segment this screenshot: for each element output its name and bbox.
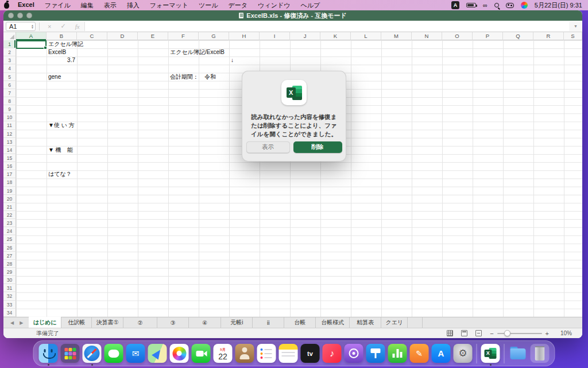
messages-dock-icon[interactable]	[105, 344, 123, 363]
cell-H3[interactable]: ↓	[229, 56, 290, 64]
row-header-12[interactable]: 12	[3, 130, 16, 138]
row-header-7[interactable]: 7	[3, 89, 16, 97]
row-header-1[interactable]: 1	[3, 40, 16, 48]
delete-button[interactable]: 削除	[293, 141, 342, 153]
row-header-11[interactable]: 11	[3, 121, 16, 129]
page-layout-view-icon[interactable]	[461, 330, 467, 336]
trash-dock-icon[interactable]	[531, 344, 550, 363]
menu-item-3[interactable]: 表示	[99, 1, 122, 10]
normal-view-icon[interactable]	[447, 330, 453, 336]
row-header-3[interactable]: 3	[3, 56, 16, 64]
launchpad-dock-icon[interactable]	[61, 344, 80, 363]
tab-scroll-left-icon[interactable]: ◀	[10, 320, 14, 325]
contacts-dock-icon[interactable]	[235, 344, 254, 363]
dock-item-notes[interactable]	[279, 340, 298, 366]
tab-scroll-right-icon[interactable]: ▶	[20, 320, 23, 325]
row-header-15[interactable]: 15	[3, 154, 16, 162]
calendar-dock-icon[interactable]: 5月22	[214, 344, 233, 363]
row-header-30[interactable]: 30	[3, 276, 16, 284]
cell-B1[interactable]: エクセル簿記	[47, 40, 107, 48]
row-header-13[interactable]: 13	[3, 138, 16, 146]
dock-item-appstore[interactable]: A	[432, 340, 451, 366]
column-header-N[interactable]: N	[412, 32, 442, 40]
row-header-10[interactable]: 10	[3, 113, 16, 121]
siri-icon[interactable]	[521, 2, 528, 9]
row-header-17[interactable]: 17	[3, 170, 16, 178]
cell-B11[interactable]: ▼使 い 方	[47, 121, 107, 129]
row-header-6[interactable]: 6	[3, 81, 16, 89]
dock-item-numbers[interactable]	[388, 340, 407, 366]
row-header-23[interactable]: 23	[3, 219, 16, 227]
formula-input[interactable]	[84, 22, 569, 31]
photos-dock-icon[interactable]	[170, 344, 189, 363]
dock-item-contacts[interactable]	[235, 340, 254, 366]
row-header-5[interactable]: 5	[3, 73, 16, 81]
dock-item-excel[interactable]: X	[481, 340, 500, 366]
cell-B17[interactable]: はてな？	[47, 170, 107, 178]
control-center-icon[interactable]	[506, 3, 514, 8]
excel-dock-icon[interactable]: X	[481, 344, 500, 363]
zoom-out-button[interactable]: −	[490, 330, 493, 337]
row-header-16[interactable]: 16	[3, 162, 16, 170]
dock-item-folder[interactable]	[509, 340, 528, 366]
dock-item-trash[interactable]	[531, 340, 550, 366]
row-header-21[interactable]: 21	[3, 203, 16, 211]
select-all-corner[interactable]	[3, 32, 16, 40]
column-header-L[interactable]: L	[351, 32, 381, 40]
row-header-24[interactable]: 24	[3, 227, 16, 235]
confirm-entry-icon[interactable]: ✓	[56, 22, 70, 30]
dock-item-settings[interactable]: ⚙	[454, 340, 473, 366]
menu-item-5[interactable]: フォーマット	[145, 1, 194, 10]
input-source-icon[interactable]: A	[451, 1, 459, 9]
dock-item-launchpad[interactable]	[61, 340, 80, 366]
name-box[interactable]: A1 ▲▼	[6, 22, 36, 31]
row-header-2[interactable]: 2	[3, 48, 16, 56]
keynote-dock-icon[interactable]	[366, 344, 385, 363]
formula-bar-expand-icon[interactable]: ▼	[569, 24, 582, 28]
cell-F2[interactable]: エクセル簿記/ExcelB	[168, 48, 229, 56]
dock-item-keynote[interactable]	[366, 340, 385, 366]
appstore-dock-icon[interactable]: A	[432, 344, 451, 363]
dock-item-safari[interactable]	[83, 340, 102, 366]
show-button[interactable]: 表示	[246, 141, 290, 153]
page-break-view-icon[interactable]	[475, 330, 482, 336]
sheet-tab-2[interactable]: 仕訳帳	[61, 317, 92, 328]
row-header-19[interactable]: 19	[3, 187, 16, 195]
link-icon[interactable]: ∞	[483, 2, 488, 9]
maps-dock-icon[interactable]	[148, 344, 167, 363]
apple-menu[interactable]	[0, 2, 13, 9]
sheet-tab-4[interactable]: ②	[123, 317, 157, 328]
row-header-25[interactable]: 25	[3, 235, 16, 243]
dock-item-messages[interactable]	[105, 340, 123, 366]
sheet-tab-empty[interactable]	[408, 317, 423, 328]
zoom-slider[interactable]	[497, 333, 542, 334]
row-header-29[interactable]: 29	[3, 268, 16, 276]
window-titlebar[interactable]: ExcelB.xls - 修復済み - 互換モード	[3, 10, 582, 21]
facetime-dock-icon[interactable]	[192, 344, 211, 363]
column-header-S[interactable]: S	[564, 32, 582, 40]
cell-B5[interactable]: gene	[47, 73, 107, 81]
row-header-20[interactable]: 20	[3, 195, 16, 203]
cell-B14[interactable]: ▼ 機 能	[47, 146, 107, 154]
dock-item-pages[interactable]: ✎	[410, 340, 429, 366]
safari-dock-icon[interactable]	[83, 344, 102, 363]
row-header-4[interactable]: 4	[3, 64, 16, 72]
row-header-8[interactable]: 8	[3, 97, 16, 105]
dock-item-photos[interactable]	[170, 340, 189, 366]
sheet-tab-8[interactable]: ii	[253, 317, 284, 328]
row-header-27[interactable]: 27	[3, 252, 16, 260]
sheet-tab-10[interactable]: 台帳様式	[316, 317, 350, 328]
cell-B3[interactable]: 3.7	[47, 56, 77, 64]
column-header-M[interactable]: M	[381, 32, 412, 40]
folder-dock-icon[interactable]	[509, 344, 528, 363]
row-header-31[interactable]: 31	[3, 284, 16, 292]
column-header-C[interactable]: C	[77, 32, 107, 40]
sheet-tab-12[interactable]: クエリ	[381, 317, 408, 328]
insert-function-icon[interactable]: fx	[71, 23, 84, 30]
dock-item-reminders[interactable]	[257, 340, 276, 366]
sheet-tab-6[interactable]: ④	[189, 317, 221, 328]
reminders-dock-icon[interactable]	[257, 344, 276, 363]
column-header-G[interactable]: G	[199, 32, 229, 40]
dock-item-facetime[interactable]	[192, 340, 211, 366]
column-header-F[interactable]: F	[168, 32, 199, 40]
